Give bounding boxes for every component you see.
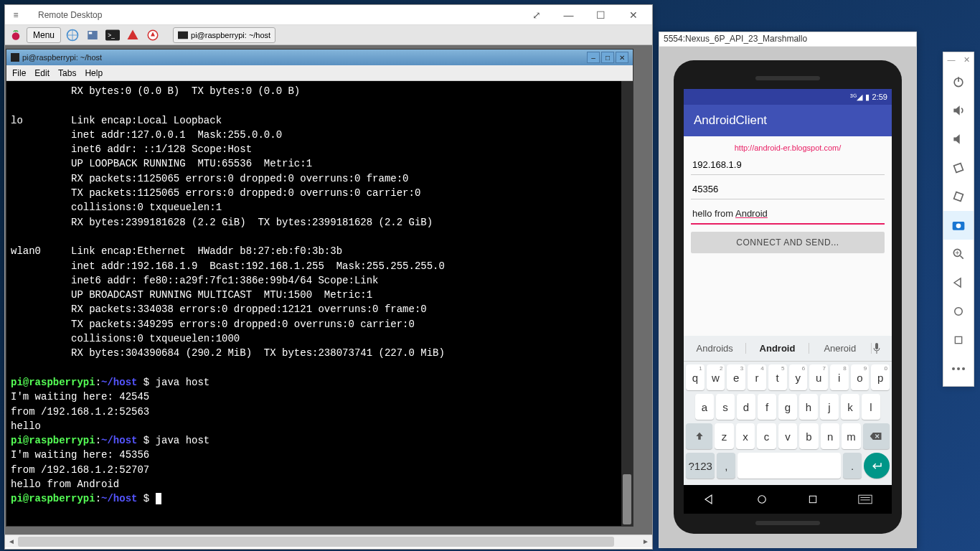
remote-desktop-window: ≡ Remote Desktop ⤢ — ☐ ✕ Menu >_ pi@rasp… [4,4,653,550]
key-k[interactable]: k [841,394,859,420]
emulator-titlebar[interactable]: 5554:Nexus_6P_API_23_Marshmallo [659,32,916,47]
menu-edit[interactable]: Edit [34,68,50,78]
taskbar-terminal-item[interactable]: pi@raspberrypi: ~/host [173,27,275,43]
close-button[interactable]: ✕ [617,5,649,25]
phone-screen: ³ᴳ◢ ▮ 2:59 AndroidClient http://android-… [684,89,892,514]
key-y[interactable]: y6 [789,364,808,390]
overview-icon[interactable] [943,326,974,354]
enter-key[interactable] [864,453,890,479]
terminal-titlebar[interactable]: pi@raspberrypi: ~/host – □ ✕ [6,50,633,65]
svg-text:>_: >_ [108,31,115,38]
svg-marker-6 [128,29,138,39]
keyboard-row-4: ?123 , . [686,453,890,479]
nav-home-icon[interactable] [755,493,768,506]
key-c[interactable]: c [757,423,776,449]
comma-key[interactable]: , [717,453,735,479]
key-h[interactable]: h [799,394,818,420]
nav-keyboard-icon[interactable] [858,494,872,504]
toolbar-minimize-icon[interactable]: — [948,55,956,65]
app-bar: AndroidClient [684,105,892,136]
pi-desktop: Menu >_ pi@raspberrypi: ~/host pi@raspbe… [5,25,652,534]
toolbar-close-icon[interactable]: ✕ [963,55,970,65]
space-key[interactable] [738,453,841,479]
terminal-icon[interactable]: >_ [104,27,121,44]
key-g[interactable]: g [778,394,797,420]
key-p[interactable]: p0 [871,364,890,390]
menu-tabs[interactable]: Tabs [58,68,76,78]
power-icon[interactable] [943,67,974,96]
camera-icon[interactable] [943,211,974,240]
key-n[interactable]: n [821,423,840,449]
message-input[interactable]: hello from Android [691,204,885,225]
volume-down-icon[interactable] [943,125,974,154]
terminal-body[interactable]: RX bytes:0 (0.0 B) TX bytes:0 (0.0 B) lo… [6,81,633,526]
mathematica-icon[interactable] [124,27,141,44]
port-input[interactable] [691,179,885,199]
key-w[interactable]: w2 [707,364,725,390]
minimize-button[interactable]: — [552,5,585,25]
key-i[interactable]: i8 [830,364,849,390]
terminal-window: pi@raspberrypi: ~/host – □ ✕ File Edit T… [6,49,633,527]
back-icon[interactable] [943,268,974,297]
keyboard-suggestions: Androids Android Aneroid [684,336,892,362]
key-v[interactable]: v [778,423,798,449]
maximize-button[interactable]: ☐ [585,5,617,25]
svg-point-0 [12,32,20,40]
rotate-right-icon[interactable] [943,182,974,211]
scroll-track[interactable] [18,535,639,547]
raspberry-logo-icon[interactable] [8,27,24,43]
shift-key[interactable] [686,423,712,449]
key-r[interactable]: r4 [748,364,766,390]
key-s[interactable]: s [716,394,735,420]
svg-point-22 [956,224,961,229]
suggestion-center[interactable]: Android [746,343,809,354]
key-u[interactable]: u7 [809,364,828,390]
nav-back-icon[interactable] [703,493,716,506]
rdp-horizontal-scrollbar[interactable]: ◄ ► [5,534,652,547]
connect-send-button[interactable]: CONNECT AND SEND... [691,232,885,253]
app-title: AndroidClient [694,113,767,128]
hamburger-icon[interactable]: ≡ [8,10,24,20]
rotate-left-icon[interactable] [943,154,974,182]
key-f[interactable]: f [758,394,776,420]
key-j[interactable]: j [820,394,839,420]
key-x[interactable]: x [736,423,755,449]
resize-button[interactable]: ⤢ [520,5,552,25]
mic-icon[interactable] [872,342,892,355]
key-b[interactable]: b [799,423,819,449]
term-close-button[interactable]: ✕ [616,52,628,63]
scroll-right-button[interactable]: ► [639,535,652,547]
key-e[interactable]: e3 [727,364,745,390]
backspace-key[interactable] [863,423,890,449]
zoom-icon[interactable] [943,240,974,268]
wolfram-icon[interactable] [144,27,161,44]
nav-recent-icon[interactable] [807,494,819,505]
term-maximize-button[interactable]: □ [601,52,614,63]
rdp-titlebar[interactable]: ≡ Remote Desktop ⤢ — ☐ ✕ [5,5,652,25]
pi-taskbar: Menu >_ pi@raspberrypi: ~/host [5,25,652,45]
symbols-key[interactable]: ?123 [686,453,715,479]
menu-help[interactable]: Help [85,68,103,78]
key-o[interactable]: o9 [851,364,870,390]
menu-button[interactable]: Menu [27,27,61,43]
ip-input[interactable] [691,155,885,175]
browser-icon[interactable] [64,27,81,44]
key-z[interactable]: z [715,423,734,449]
scroll-thumb[interactable] [18,537,614,547]
key-d[interactable]: d [737,394,755,420]
more-icon[interactable] [943,354,974,383]
menu-file[interactable]: File [12,68,26,78]
suggestion-left[interactable]: Androids [684,343,746,354]
suggestion-right[interactable]: Aneroid [809,343,872,354]
scroll-left-button[interactable]: ◄ [5,535,18,547]
key-l[interactable]: l [862,394,880,420]
home-icon[interactable] [943,297,974,326]
volume-up-icon[interactable] [943,96,974,125]
term-minimize-button[interactable]: – [587,52,600,63]
key-a[interactable]: a [695,394,714,420]
key-q[interactable]: q1 [686,364,705,390]
filemanager-icon[interactable] [84,27,101,44]
key-m[interactable]: m [842,423,861,449]
period-key[interactable]: . [843,453,862,479]
key-t[interactable]: t5 [768,364,787,390]
